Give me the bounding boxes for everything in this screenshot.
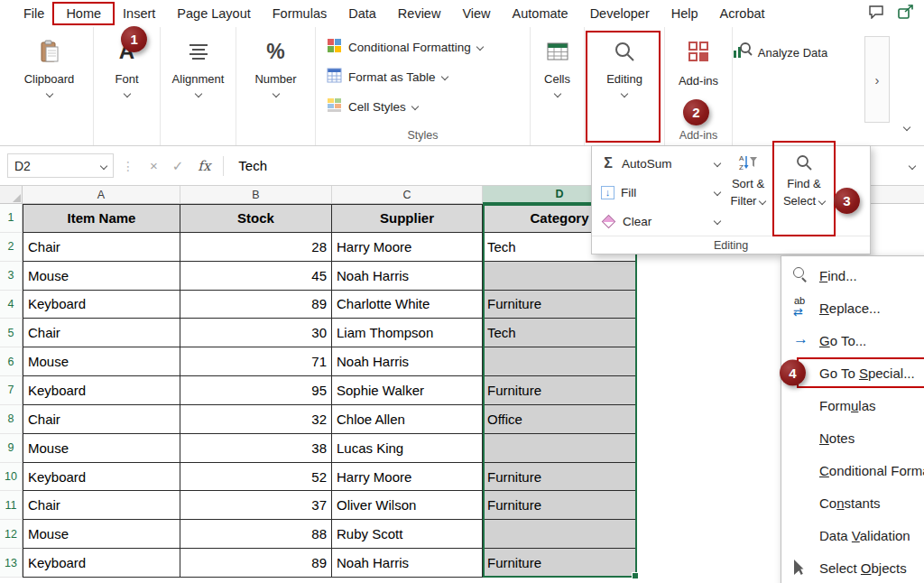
ribbon-tab-insert[interactable]: Insert — [112, 3, 166, 24]
ribbon-tab-automate[interactable]: Automate — [502, 3, 579, 24]
find-select-button[interactable]: Find & Select — [776, 152, 832, 235]
column-header-b[interactable]: B — [180, 186, 332, 204]
ribbon-tab-review[interactable]: Review — [387, 3, 452, 24]
row-header[interactable]: 4 — [0, 291, 23, 319]
cell-supplier[interactable]: Chloe Allen — [332, 405, 483, 434]
cell-supplier[interactable]: Noah Harris — [332, 347, 483, 376]
cell-supplier[interactable]: Oliver Wilson — [332, 491, 483, 520]
ribbon-tab-home[interactable]: Home 1 — [55, 3, 112, 24]
ribbon-tab-developer[interactable]: Developer — [579, 3, 661, 24]
ribbon-tab-view[interactable]: View — [451, 3, 501, 24]
cell-supplier[interactable]: Harry Moore — [332, 233, 483, 262]
cell-category[interactable]: Furniture — [483, 549, 637, 578]
menu-item[interactable]: Data Validation — [781, 519, 924, 551]
select-all-corner[interactable] — [0, 186, 23, 204]
cell-supplier[interactable]: Noah Harris — [332, 549, 483, 578]
menu-item[interactable]: Formulas — [781, 389, 924, 421]
autosum-button[interactable]: Σ AutoSum — [601, 152, 720, 175]
expand-formula-bar-icon[interactable] — [909, 162, 916, 169]
ribbon-group-addins[interactable]: Add-ins Add-ins — [665, 27, 733, 145]
menu-item[interactable]: Replace... — [781, 292, 924, 324]
menu-item[interactable]: Conditional Formatting — [781, 454, 924, 486]
cell-item-name[interactable]: Chair — [23, 405, 180, 434]
ribbon-group-font[interactable]: A Font — [94, 27, 161, 145]
ribbon-group-clipboard[interactable]: Clipboard — [5, 27, 94, 145]
cell-stock[interactable]: 89 — [180, 549, 332, 578]
cell-item-name[interactable]: Keyboard — [23, 463, 180, 492]
cell-item-name[interactable]: Mouse — [23, 262, 180, 291]
row-header[interactable]: 1 — [0, 204, 23, 233]
row-header[interactable]: 10 — [0, 463, 23, 492]
cell-stock[interactable]: 89 — [180, 291, 332, 319]
row-header[interactable]: 13 — [0, 549, 23, 578]
cell-stock[interactable]: 32 — [180, 405, 332, 434]
menu-item[interactable]: Go To... — [781, 324, 924, 356]
cell-item-name[interactable]: Keyboard — [23, 291, 180, 319]
cell-styles-button[interactable]: Cell Styles — [327, 97, 483, 116]
cell-item-name[interactable]: Item Name — [23, 204, 180, 233]
cell-stock[interactable]: 28 — [180, 233, 332, 262]
ribbon-tab-data[interactable]: Data — [337, 3, 387, 24]
row-header[interactable]: 2 — [0, 233, 23, 262]
enter-icon[interactable]: ✓ — [172, 158, 184, 174]
ribbon-tab-help[interactable]: Help — [661, 3, 709, 24]
row-header[interactable]: 8 — [0, 405, 23, 434]
cell-item-name[interactable]: Keyboard — [23, 376, 180, 405]
collapse-ribbon-icon[interactable] — [903, 124, 910, 131]
row-header[interactable]: 6 — [0, 347, 23, 376]
cell-supplier[interactable]: Sophie Walker — [332, 376, 483, 405]
ribbon-more-button[interactable]: › — [864, 36, 890, 123]
row-header[interactable]: 5 — [0, 319, 23, 347]
cell-category[interactable] — [483, 347, 637, 376]
cell-stock[interactable]: 95 — [180, 376, 332, 405]
row-header[interactable]: 9 — [0, 434, 23, 463]
ribbon-group-analyze-data[interactable]: Analyze Data — [733, 27, 826, 145]
menu-item[interactable]: Select Objects — [781, 551, 924, 583]
cell-stock[interactable]: 37 — [180, 491, 332, 520]
cell-category[interactable] — [483, 434, 637, 463]
formula-bar-value[interactable]: Tech — [238, 158, 267, 173]
cell-category[interactable]: Furniture — [483, 376, 637, 405]
cell-stock[interactable]: 45 — [180, 262, 332, 291]
row-header[interactable]: 11 — [0, 491, 23, 520]
cell-supplier[interactable]: Liam Thompson — [332, 319, 483, 347]
cell-stock[interactable]: 30 — [180, 319, 332, 347]
cell-item-name[interactable]: Chair — [23, 319, 180, 347]
format-as-table-button[interactable]: Format as Table — [327, 68, 483, 86]
cell-supplier[interactable]: Charlotte White — [332, 291, 483, 319]
cell-category[interactable]: Furniture — [483, 491, 637, 520]
cell-supplier[interactable]: Supplier — [332, 204, 483, 233]
cell-stock[interactable]: Stock — [180, 204, 332, 233]
ribbon-tab-formulas[interactable]: Formulas — [262, 3, 337, 24]
cell-item-name[interactable]: Mouse — [23, 520, 180, 549]
menu-item[interactable]: Constants — [781, 486, 924, 519]
menu-item[interactable]: Find... — [781, 259, 924, 292]
cell-category[interactable] — [483, 262, 637, 291]
cell-category[interactable]: Office — [483, 405, 637, 434]
ribbon-group-cells[interactable]: Cells — [531, 27, 585, 145]
insert-function-icon[interactable]: fx — [198, 158, 210, 174]
menu-item[interactable]: Go To Special... 4 — [781, 356, 924, 389]
column-header-a[interactable]: A — [23, 186, 180, 204]
cell-item-name[interactable]: Keyboard — [23, 549, 180, 578]
row-header[interactable]: 3 — [0, 262, 23, 291]
ribbon-group-number[interactable]: % Number — [236, 27, 316, 145]
column-header-c[interactable]: C — [332, 186, 483, 204]
cell-stock[interactable]: 71 — [180, 347, 332, 376]
cell-item-name[interactable]: Mouse — [23, 434, 180, 463]
cell-category[interactable]: Furniture — [483, 291, 637, 319]
cell-stock[interactable]: 88 — [180, 520, 332, 549]
row-header[interactable]: 7 — [0, 376, 23, 405]
ribbon-group-editing[interactable]: Editing — [585, 27, 665, 145]
cell-category[interactable]: Tech — [483, 319, 637, 347]
ribbon-tab-acrobat[interactable]: Acrobat — [709, 3, 776, 24]
ribbon-group-alignment[interactable]: Alignment — [161, 27, 236, 145]
clear-button[interactable]: Clear — [601, 209, 720, 233]
cell-supplier[interactable]: Noah Harris — [332, 262, 483, 291]
menu-item[interactable]: Notes — [781, 421, 924, 454]
cell-stock[interactable]: 52 — [180, 463, 332, 492]
fill-button[interactable]: ↓ Fill — [601, 180, 720, 204]
cancel-icon[interactable]: × — [150, 158, 158, 173]
ribbon-tab-file[interactable]: File — [13, 3, 55, 24]
cell-item-name[interactable]: Chair — [23, 491, 180, 520]
